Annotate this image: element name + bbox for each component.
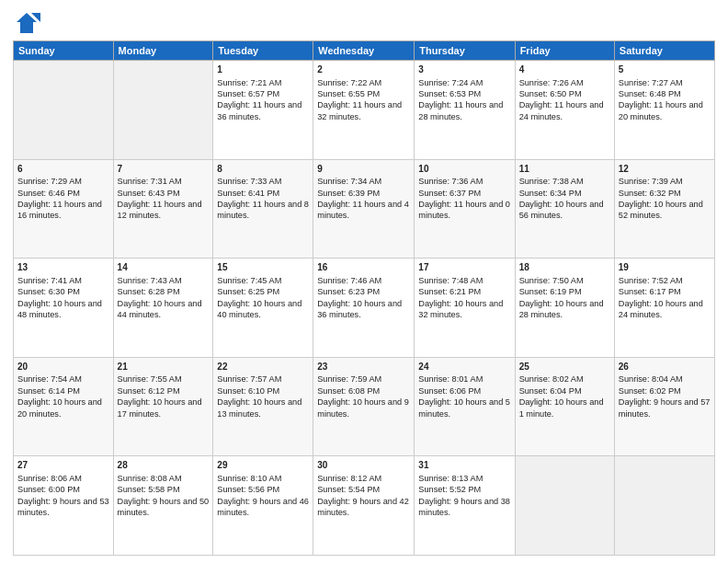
cell-text: Daylight: 11 hours and 24 minutes. xyxy=(519,99,610,122)
cell-text: Sunset: 6:19 PM xyxy=(519,286,610,297)
cell-text: Sunrise: 7:48 AM xyxy=(418,275,510,286)
day-number: 26 xyxy=(619,361,711,373)
cell-text: Sunrise: 7:36 AM xyxy=(418,176,510,187)
weekday-header-thursday: Thursday xyxy=(415,41,515,61)
cell-text: Sunset: 5:54 PM xyxy=(317,484,410,495)
day-number: 24 xyxy=(418,361,510,373)
calendar-cell: 23Sunrise: 7:59 AMSunset: 6:08 PMDayligh… xyxy=(313,357,415,456)
weekday-header-monday: Monday xyxy=(113,41,213,61)
weekday-header-sunday: Sunday xyxy=(14,41,114,61)
cell-text: Daylight: 10 hours and 20 minutes. xyxy=(17,396,109,419)
weekday-header-saturday: Saturday xyxy=(614,41,714,61)
cell-text: Sunset: 6:25 PM xyxy=(217,286,309,297)
cell-text: Sunset: 5:52 PM xyxy=(418,484,510,495)
week-row-5: 27Sunrise: 8:06 AMSunset: 6:00 PMDayligh… xyxy=(14,456,715,556)
cell-text: Daylight: 10 hours and 52 minutes. xyxy=(619,199,711,222)
cell-text: Sunset: 6:06 PM xyxy=(418,385,510,396)
calendar-cell: 1Sunrise: 7:21 AMSunset: 6:57 PMDaylight… xyxy=(213,61,313,160)
cell-text: Daylight: 11 hours and 32 minutes. xyxy=(317,99,410,122)
cell-text: Sunset: 6:08 PM xyxy=(317,385,410,396)
cell-text: Sunrise: 7:34 AM xyxy=(317,176,410,187)
cell-text: Sunset: 6:48 PM xyxy=(619,88,711,99)
cell-text: Daylight: 11 hours and 16 minutes. xyxy=(17,199,109,222)
cell-text: Sunrise: 7:24 AM xyxy=(418,77,510,88)
cell-text: Sunset: 6:30 PM xyxy=(17,286,109,297)
day-number: 23 xyxy=(317,361,410,373)
day-number: 6 xyxy=(17,163,109,176)
cell-text: Daylight: 9 hours and 57 minutes. xyxy=(619,396,711,419)
calendar-cell: 14Sunrise: 7:43 AMSunset: 6:28 PMDayligh… xyxy=(113,259,213,358)
cell-text: Sunrise: 7:26 AM xyxy=(519,77,610,88)
day-number: 28 xyxy=(118,459,210,472)
cell-text: Sunset: 6:37 PM xyxy=(418,188,510,199)
cell-text: Daylight: 9 hours and 46 minutes. xyxy=(217,496,309,519)
day-number: 18 xyxy=(519,261,610,274)
calendar-cell: 22Sunrise: 7:57 AMSunset: 6:10 PMDayligh… xyxy=(213,357,313,456)
day-number: 15 xyxy=(217,261,309,274)
cell-text: Sunset: 5:56 PM xyxy=(217,484,309,495)
cell-text: Sunrise: 7:39 AM xyxy=(619,176,711,187)
day-number: 1 xyxy=(217,63,309,76)
calendar-cell: 9Sunrise: 7:34 AMSunset: 6:39 PMDaylight… xyxy=(313,159,415,259)
weekday-header-wednesday: Wednesday xyxy=(313,41,415,61)
calendar-cell: 26Sunrise: 8:04 AMSunset: 6:02 PMDayligh… xyxy=(614,357,714,456)
cell-text: Sunset: 6:21 PM xyxy=(418,286,510,297)
cell-text: Sunrise: 8:08 AM xyxy=(118,473,210,484)
day-number: 25 xyxy=(519,361,610,373)
day-number: 4 xyxy=(519,63,610,76)
day-number: 22 xyxy=(217,361,309,373)
cell-text: Sunset: 6:02 PM xyxy=(619,385,711,396)
cell-text: Sunset: 6:14 PM xyxy=(17,385,109,396)
cell-text: Daylight: 9 hours and 42 minutes. xyxy=(317,496,410,519)
calendar-cell: 5Sunrise: 7:27 AMSunset: 6:48 PMDaylight… xyxy=(614,61,714,160)
cell-text: Daylight: 11 hours and 8 minutes. xyxy=(217,199,309,222)
day-number: 3 xyxy=(418,63,510,76)
cell-text: Daylight: 10 hours and 17 minutes. xyxy=(118,396,210,419)
cell-text: Sunset: 6:41 PM xyxy=(217,188,309,199)
calendar-cell: 21Sunrise: 7:55 AMSunset: 6:12 PMDayligh… xyxy=(113,357,213,456)
cell-text: Sunrise: 7:46 AM xyxy=(317,275,410,286)
calendar-cell: 7Sunrise: 7:31 AMSunset: 6:43 PMDaylight… xyxy=(113,159,213,259)
calendar-cell: 10Sunrise: 7:36 AMSunset: 6:37 PMDayligh… xyxy=(415,159,515,259)
cell-text: Daylight: 9 hours and 38 minutes. xyxy=(418,496,510,519)
cell-text: Sunrise: 7:38 AM xyxy=(519,176,610,187)
cell-text: Daylight: 10 hours and 40 minutes. xyxy=(217,298,309,321)
page: SundayMondayTuesdayWednesdayThursdayFrid… xyxy=(0,0,728,563)
cell-text: Sunrise: 8:12 AM xyxy=(317,473,410,484)
calendar-cell: 30Sunrise: 8:12 AMSunset: 5:54 PMDayligh… xyxy=(313,456,415,556)
cell-text: Sunrise: 7:57 AM xyxy=(217,373,309,385)
calendar-cell: 19Sunrise: 7:52 AMSunset: 6:17 PMDayligh… xyxy=(614,259,714,358)
calendar-cell: 27Sunrise: 8:06 AMSunset: 6:00 PMDayligh… xyxy=(14,456,114,556)
cell-text: Sunset: 6:34 PM xyxy=(519,188,610,199)
calendar-cell: 12Sunrise: 7:39 AMSunset: 6:32 PMDayligh… xyxy=(614,159,714,259)
cell-text: Daylight: 10 hours and 32 minutes. xyxy=(418,298,510,321)
cell-text: Sunrise: 7:41 AM xyxy=(17,275,109,286)
calendar: SundayMondayTuesdayWednesdayThursdayFrid… xyxy=(13,40,715,556)
cell-text: Sunrise: 7:55 AM xyxy=(118,373,210,385)
cell-text: Daylight: 10 hours and 1 minute. xyxy=(519,396,610,419)
cell-text: Daylight: 10 hours and 13 minutes. xyxy=(217,396,309,419)
calendar-cell xyxy=(113,61,213,160)
day-number: 14 xyxy=(118,261,210,274)
calendar-cell: 16Sunrise: 7:46 AMSunset: 6:23 PMDayligh… xyxy=(313,259,415,358)
calendar-cell: 29Sunrise: 8:10 AMSunset: 5:56 PMDayligh… xyxy=(213,456,313,556)
week-row-2: 6Sunrise: 7:29 AMSunset: 6:46 PMDaylight… xyxy=(14,159,715,259)
calendar-cell: 4Sunrise: 7:26 AMSunset: 6:50 PMDaylight… xyxy=(515,61,614,160)
day-number: 5 xyxy=(619,63,711,76)
calendar-cell: 3Sunrise: 7:24 AMSunset: 6:53 PMDaylight… xyxy=(415,61,515,160)
day-number: 10 xyxy=(418,163,510,176)
day-number: 30 xyxy=(317,459,410,472)
cell-text: Sunrise: 7:22 AM xyxy=(317,77,410,88)
cell-text: Sunset: 6:53 PM xyxy=(418,88,510,99)
cell-text: Sunrise: 8:10 AM xyxy=(217,473,309,484)
calendar-cell: 2Sunrise: 7:22 AMSunset: 6:55 PMDaylight… xyxy=(313,61,415,160)
cell-text: Sunrise: 7:27 AM xyxy=(619,77,711,88)
day-number: 13 xyxy=(17,261,109,274)
week-row-4: 20Sunrise: 7:54 AMSunset: 6:14 PMDayligh… xyxy=(14,357,715,456)
cell-text: Sunrise: 8:02 AM xyxy=(519,373,610,385)
day-number: 16 xyxy=(317,261,410,274)
cell-text: Sunset: 6:10 PM xyxy=(217,385,309,396)
cell-text: Sunset: 6:17 PM xyxy=(619,286,711,297)
day-number: 27 xyxy=(17,459,109,472)
logo-icon xyxy=(13,9,40,37)
